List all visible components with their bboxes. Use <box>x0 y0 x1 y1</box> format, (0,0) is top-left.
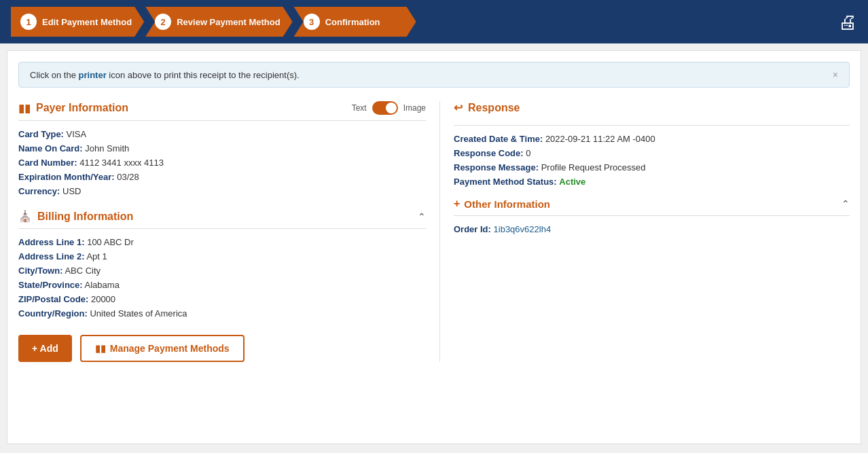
address2-row: Address Line 2: Apt 1 <box>18 251 426 261</box>
order-id-label: Order Id: <box>454 224 491 234</box>
stepper: 1 Edit Payment Method 2 Review Payment M… <box>11 7 418 37</box>
currency-label: Currency: <box>18 186 60 196</box>
toggle-text-label: Text <box>352 103 367 113</box>
reply-icon: ↩ <box>454 101 463 114</box>
payer-title: ▮▮ Payer Information <box>18 102 128 115</box>
response-section: ↩ Response Created Date & Time: 2022-09-… <box>454 101 850 187</box>
billing-title: ⛪ Billing Information <box>18 210 133 223</box>
response-message-label: Response Message: <box>454 162 539 173</box>
card-type-label: Card Type: <box>18 129 64 139</box>
billing-title-text: Billing Information <box>37 211 133 223</box>
name-on-card-label: Name On Card: <box>18 143 83 153</box>
building-icon: ⛪ <box>18 210 32 223</box>
address1-row: Address Line 1: 100 ABC Dr <box>18 237 426 247</box>
order-id-row: Order Id: 1ib3q6v622lh4 <box>454 224 850 234</box>
zip-value: 20000 <box>91 294 115 304</box>
state-value: Alabama <box>85 280 120 290</box>
address2-value: Apt 1 <box>86 251 107 261</box>
header: 1 Edit Payment Method 2 Review Payment M… <box>0 0 868 43</box>
info-banner: Click on the printer icon above to print… <box>18 62 850 88</box>
response-message-row: Response Message: Profile Request Proces… <box>454 162 850 173</box>
other-info-fields: Order Id: 1ib3q6v622lh4 <box>454 224 850 234</box>
payer-section-header: ▮▮ Payer Information Text Image <box>18 101 426 121</box>
card-number-value: 4112 3441 xxxx 4113 <box>79 158 164 168</box>
response-code-label: Response Code: <box>454 148 524 158</box>
step-1-label: Edit Payment Method <box>42 17 132 27</box>
other-info-section: + Other Information ⌃ Order Id: 1ib3q6v6… <box>454 198 850 234</box>
card-number-row: Card Number: 4112 3441 xxxx 4113 <box>18 158 426 168</box>
created-date-label: Created Date & Time: <box>454 134 543 144</box>
payment-status-label: Payment Method Status: <box>454 177 557 187</box>
created-date-row: Created Date & Time: 2022-09-21 11:22 AM… <box>454 134 850 144</box>
payer-fields: Card Type: VISA Name On Card: John Smith… <box>18 129 426 196</box>
payment-status-row: Payment Method Status: Active <box>454 177 850 187</box>
toggle-thumb <box>386 103 397 113</box>
billing-collapse-icon[interactable]: ⌃ <box>418 211 426 222</box>
plus-icon: + <box>454 198 460 210</box>
action-buttons: + Add ▮▮ Manage Payment Methods <box>18 335 426 362</box>
city-row: City/Town: ABC City <box>18 266 426 276</box>
step-2-number: 2 <box>155 14 171 30</box>
expiration-value: 03/28 <box>117 172 139 182</box>
card-icon: ▮▮ <box>18 102 31 115</box>
response-message-value: Profile Request Processed <box>541 162 646 173</box>
state-label: State/Province: <box>18 280 83 290</box>
address1-value: 100 ABC Dr <box>87 237 134 247</box>
response-fields: Created Date & Time: 2022-09-21 11:22 AM… <box>454 134 850 187</box>
expiration-label: Expiration Month/Year: <box>18 172 115 182</box>
right-column: ↩ Response Created Date & Time: 2022-09-… <box>439 101 850 362</box>
manage-button-label: Manage Payment Methods <box>110 343 230 354</box>
add-button[interactable]: + Add <box>18 335 72 362</box>
other-info-title-text: Other Information <box>464 198 550 210</box>
step-2[interactable]: 2 Review Payment Method <box>145 7 292 37</box>
response-title-text: Response <box>468 102 520 114</box>
billing-section-header: ⛪ Billing Information ⌃ <box>18 210 426 229</box>
payment-status-value: Active <box>559 177 585 187</box>
card-type-value: VISA <box>67 129 87 139</box>
currency-row: Currency: USD <box>18 186 426 196</box>
address2-label: Address Line 2: <box>18 251 85 261</box>
other-info-header: + Other Information ⌃ <box>454 198 850 216</box>
city-value: ABC City <box>65 266 101 276</box>
zip-row: ZIP/Postal Code: 20000 <box>18 294 426 304</box>
zip-label: ZIP/Postal Code: <box>18 294 88 304</box>
main-content: Click on the printer icon above to print… <box>7 50 861 444</box>
other-info-collapse-icon[interactable]: ⌃ <box>842 198 850 209</box>
payer-toggle-group: Text Image <box>352 101 426 115</box>
country-value: United States of America <box>90 308 187 319</box>
address1-label: Address Line 1: <box>18 237 85 247</box>
currency-value: USD <box>62 186 81 196</box>
expiration-row: Expiration Month/Year: 03/28 <box>18 172 426 182</box>
manage-payment-methods-button[interactable]: ▮▮ Manage Payment Methods <box>80 335 245 362</box>
created-date-value: 2022-09-21 11:22 AM -0400 <box>545 134 655 144</box>
step-3-label: Confirmation <box>325 17 380 27</box>
toggle-track <box>372 101 398 115</box>
step-1[interactable]: 1 Edit Payment Method <box>11 7 144 37</box>
country-row: Country/Region: United States of America <box>18 308 426 319</box>
card-number-label: Card Number: <box>18 158 77 168</box>
payer-toggle-switch[interactable] <box>372 101 398 115</box>
response-title: ↩ Response <box>454 101 520 114</box>
toggle-image-label: Image <box>403 103 426 113</box>
left-column: ▮▮ Payer Information Text Image Card Typ… <box>18 101 439 362</box>
response-section-header: ↩ Response <box>454 101 850 126</box>
payer-title-text: Payer Information <box>36 102 128 114</box>
banner-text: Click on the printer icon above to print… <box>30 70 300 80</box>
other-info-title: + Other Information <box>454 198 550 210</box>
printer-icon[interactable]: 🖨 <box>838 11 857 33</box>
response-code-value: 0 <box>526 148 530 158</box>
name-on-card-value: John Smith <box>85 143 129 153</box>
content-row: ▮▮ Payer Information Text Image Card Typ… <box>18 101 850 362</box>
billing-fields: Address Line 1: 100 ABC Dr Address Line … <box>18 237 426 319</box>
state-row: State/Province: Alabama <box>18 280 426 290</box>
step-3[interactable]: 3 Confirmation <box>294 7 416 37</box>
card-type-row: Card Type: VISA <box>18 129 426 139</box>
response-code-row: Response Code: 0 <box>454 148 850 158</box>
name-on-card-row: Name On Card: John Smith <box>18 143 426 153</box>
banner-close-button[interactable]: × <box>833 69 838 80</box>
step-2-label: Review Payment Method <box>177 17 280 27</box>
step-1-number: 1 <box>20 14 37 30</box>
order-id-value: 1ib3q6v622lh4 <box>494 224 551 234</box>
banner-printer-word: printer <box>79 70 107 80</box>
country-label: Country/Region: <box>18 308 88 319</box>
